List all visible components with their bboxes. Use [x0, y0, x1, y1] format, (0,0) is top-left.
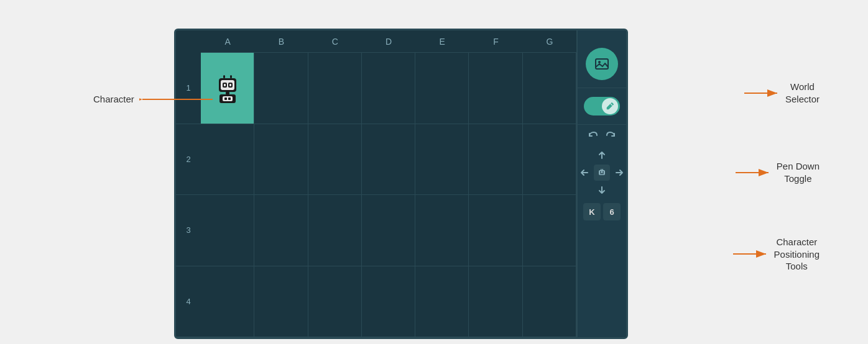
pen-down-annotation-text2: Toggle [777, 173, 820, 185]
col-header-b: B [254, 30, 308, 53]
cell-b4[interactable] [254, 266, 308, 338]
pen-down-toggle-section [578, 88, 626, 125]
col-header-c: C [308, 30, 362, 53]
move-down-button[interactable] [594, 182, 610, 198]
row-header-3: 3 [176, 195, 201, 266]
cell-b3[interactable] [254, 195, 308, 266]
toggle-knob [602, 98, 618, 114]
character-annotation: Character [93, 93, 214, 106]
redo-icon [605, 130, 617, 142]
coord-row-box: 6 [603, 203, 621, 220]
pen-down-annotation-text1: Pen Down [777, 160, 820, 173]
cell-e1[interactable] [415, 53, 469, 124]
char-positioning-text1: Character [774, 236, 820, 248]
svg-rect-21 [603, 169, 604, 170]
world-selector-annotation-text: World [785, 81, 820, 93]
outer-container: A B C D E F G 1 2 3 4 [0, 0, 868, 344]
cell-c1[interactable] [308, 53, 362, 124]
cell-g4[interactable] [523, 266, 576, 338]
cell-c3[interactable] [308, 195, 362, 266]
cell-e4[interactable] [415, 266, 469, 338]
row-header-1: 1 [176, 53, 201, 124]
cell-g1[interactable] [523, 53, 576, 124]
cell-a2[interactable] [201, 124, 254, 196]
row-header-2: 2 [176, 124, 201, 196]
cell-f1[interactable] [469, 53, 522, 124]
cell-a4[interactable] [201, 266, 254, 338]
column-headers: A B C D E F G [201, 30, 576, 53]
cell-b2[interactable] [254, 124, 308, 196]
cell-g3[interactable] [523, 195, 576, 266]
svg-rect-1 [230, 75, 232, 78]
char-positioning-annotation: Character Positioning Tools [732, 236, 820, 273]
redo-button[interactable] [605, 130, 617, 142]
undo-icon [586, 130, 599, 142]
cell-e3[interactable] [415, 195, 469, 266]
cell-g2[interactable] [523, 124, 576, 196]
grid-cells[interactable] [201, 53, 576, 337]
cell-d1[interactable] [362, 53, 415, 124]
undo-redo-row [586, 130, 617, 142]
svg-rect-13 [228, 97, 231, 100]
col-header-d: D [362, 30, 415, 53]
image-icon [594, 56, 610, 72]
character-annotation-text: Character [93, 93, 134, 106]
cell-a1[interactable] [201, 53, 254, 124]
cell-f4[interactable] [469, 266, 522, 338]
svg-rect-20 [601, 169, 602, 170]
cell-d2[interactable] [362, 124, 415, 196]
svg-rect-16 [599, 170, 605, 175]
cell-c4[interactable] [308, 266, 362, 338]
cell-f3[interactable] [469, 195, 522, 266]
cell-d4[interactable] [362, 266, 415, 338]
pen-icon [605, 101, 615, 111]
character-arrow [139, 93, 214, 106]
move-right-button[interactable] [611, 165, 627, 181]
pen-down-arrow [734, 166, 772, 179]
cell-a3[interactable] [201, 195, 254, 266]
left-arrow-icon [579, 167, 590, 178]
side-panel: K 6 [576, 30, 626, 337]
character-positioning-section: K 6 [578, 125, 626, 225]
cell-e2[interactable] [415, 124, 469, 196]
col-header-e: E [415, 30, 469, 53]
grid-body: 1 2 3 4 [176, 53, 576, 337]
coord-col-box: K [583, 203, 601, 220]
world-selector-arrow [743, 87, 780, 99]
pen-down-toggle-annotation: Pen Down Toggle [734, 160, 820, 184]
char-positioning-text2: Positioning [774, 248, 820, 261]
svg-rect-9 [226, 92, 229, 94]
col-header-a: A [201, 30, 254, 53]
svg-rect-7 [229, 84, 231, 86]
cell-d3[interactable] [362, 195, 415, 266]
pen-down-toggle-button[interactable] [584, 97, 620, 115]
move-up-button[interactable] [594, 147, 610, 163]
col-header-g: G [523, 30, 576, 53]
character-robot [201, 53, 254, 124]
col-header-f: F [469, 30, 522, 53]
up-arrow-icon [596, 150, 607, 161]
svg-rect-0 [223, 75, 225, 78]
robot-center-icon [594, 165, 610, 181]
move-left-button[interactable] [576, 165, 593, 181]
cell-f2[interactable] [469, 124, 522, 196]
coord-row: K 6 [583, 203, 621, 220]
world-selector-annotation: World Selector [743, 81, 820, 105]
svg-rect-19 [600, 173, 604, 174]
svg-rect-17 [600, 171, 601, 173]
cell-b1[interactable] [254, 53, 308, 124]
char-positioning-arrow [732, 248, 769, 260]
main-panel: A B C D E F G 1 2 3 4 [174, 29, 628, 339]
undo-button[interactable] [586, 130, 599, 142]
grid-area: A B C D E F G 1 2 3 4 [176, 30, 576, 337]
world-selector-annotation-text2: Selector [785, 93, 820, 106]
svg-rect-6 [224, 84, 226, 86]
cell-c2[interactable] [308, 124, 362, 196]
svg-point-15 [598, 61, 601, 63]
svg-rect-18 [603, 171, 604, 173]
world-selector-section [578, 40, 626, 88]
char-positioning-text3: Tools [774, 260, 820, 273]
svg-rect-11 [223, 96, 233, 101]
world-selector-button[interactable] [586, 48, 618, 80]
arrow-pad [576, 147, 627, 198]
